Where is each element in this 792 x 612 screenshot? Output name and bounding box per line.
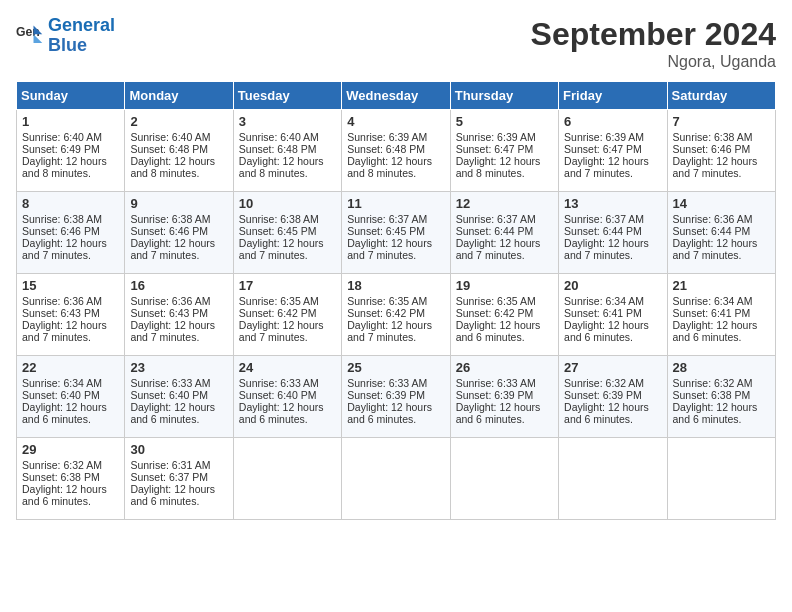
day-cell-19: 19 Sunrise: 6:35 AM Sunset: 6:42 PM Dayl… bbox=[450, 274, 558, 356]
day-number: 10 bbox=[239, 196, 336, 211]
empty-cell bbox=[233, 438, 341, 520]
day-cell-7: 7 Sunrise: 6:38 AM Sunset: 6:46 PM Dayli… bbox=[667, 110, 775, 192]
day-cell-2: 2 Sunrise: 6:40 AM Sunset: 6:48 PM Dayli… bbox=[125, 110, 233, 192]
day-cell-13: 13 Sunrise: 6:37 AM Sunset: 6:44 PM Dayl… bbox=[559, 192, 667, 274]
col-wednesday: Wednesday bbox=[342, 82, 450, 110]
day-cell-22: 22 Sunrise: 6:34 AM Sunset: 6:40 PM Dayl… bbox=[17, 356, 125, 438]
calendar-row: 29 Sunrise: 6:32 AM Sunset: 6:38 PM Dayl… bbox=[17, 438, 776, 520]
logo-line1: General bbox=[48, 15, 115, 35]
day-number: 13 bbox=[564, 196, 661, 211]
day-number: 17 bbox=[239, 278, 336, 293]
calendar-table: Sunday Monday Tuesday Wednesday Thursday… bbox=[16, 81, 776, 520]
col-thursday: Thursday bbox=[450, 82, 558, 110]
day-number: 28 bbox=[673, 360, 770, 375]
col-monday: Monday bbox=[125, 82, 233, 110]
day-cell-26: 26 Sunrise: 6:33 AM Sunset: 6:39 PM Dayl… bbox=[450, 356, 558, 438]
location: Ngora, Uganda bbox=[531, 53, 776, 71]
day-cell-14: 14 Sunrise: 6:36 AM Sunset: 6:44 PM Dayl… bbox=[667, 192, 775, 274]
day-number: 3 bbox=[239, 114, 336, 129]
empty-cell bbox=[559, 438, 667, 520]
calendar-row: 22 Sunrise: 6:34 AM Sunset: 6:40 PM Dayl… bbox=[17, 356, 776, 438]
logo: Gen General Blue bbox=[16, 16, 115, 56]
col-tuesday: Tuesday bbox=[233, 82, 341, 110]
day-cell-1: 1 Sunrise: 6:40 AM Sunset: 6:49 PM Dayli… bbox=[17, 110, 125, 192]
day-number: 30 bbox=[130, 442, 227, 457]
day-number: 5 bbox=[456, 114, 553, 129]
col-sunday: Sunday bbox=[17, 82, 125, 110]
day-number: 23 bbox=[130, 360, 227, 375]
day-cell-27: 27 Sunrise: 6:32 AM Sunset: 6:39 PM Dayl… bbox=[559, 356, 667, 438]
day-cell-12: 12 Sunrise: 6:37 AM Sunset: 6:44 PM Dayl… bbox=[450, 192, 558, 274]
calendar-row: 1 Sunrise: 6:40 AM Sunset: 6:49 PM Dayli… bbox=[17, 110, 776, 192]
day-number: 8 bbox=[22, 196, 119, 211]
day-cell-30: 30 Sunrise: 6:31 AM Sunset: 6:37 PM Dayl… bbox=[125, 438, 233, 520]
calendar-row: 15 Sunrise: 6:36 AM Sunset: 6:43 PM Dayl… bbox=[17, 274, 776, 356]
day-cell-18: 18 Sunrise: 6:35 AM Sunset: 6:42 PM Dayl… bbox=[342, 274, 450, 356]
month-title: September 2024 bbox=[531, 16, 776, 53]
day-number: 7 bbox=[673, 114, 770, 129]
day-cell-15: 15 Sunrise: 6:36 AM Sunset: 6:43 PM Dayl… bbox=[17, 274, 125, 356]
day-number: 14 bbox=[673, 196, 770, 211]
day-cell-20: 20 Sunrise: 6:34 AM Sunset: 6:41 PM Dayl… bbox=[559, 274, 667, 356]
day-number: 24 bbox=[239, 360, 336, 375]
day-number: 27 bbox=[564, 360, 661, 375]
day-number: 1 bbox=[22, 114, 119, 129]
day-cell-8: 8 Sunrise: 6:38 AM Sunset: 6:46 PM Dayli… bbox=[17, 192, 125, 274]
day-cell-24: 24 Sunrise: 6:33 AM Sunset: 6:40 PM Dayl… bbox=[233, 356, 341, 438]
day-number: 19 bbox=[456, 278, 553, 293]
day-cell-21: 21 Sunrise: 6:34 AM Sunset: 6:41 PM Dayl… bbox=[667, 274, 775, 356]
day-number: 29 bbox=[22, 442, 119, 457]
day-cell-17: 17 Sunrise: 6:35 AM Sunset: 6:42 PM Dayl… bbox=[233, 274, 341, 356]
day-number: 18 bbox=[347, 278, 444, 293]
day-cell-6: 6 Sunrise: 6:39 AM Sunset: 6:47 PM Dayli… bbox=[559, 110, 667, 192]
day-cell-3: 3 Sunrise: 6:40 AM Sunset: 6:48 PM Dayli… bbox=[233, 110, 341, 192]
day-cell-16: 16 Sunrise: 6:36 AM Sunset: 6:43 PM Dayl… bbox=[125, 274, 233, 356]
day-number: 26 bbox=[456, 360, 553, 375]
day-number: 16 bbox=[130, 278, 227, 293]
day-cell-11: 11 Sunrise: 6:37 AM Sunset: 6:45 PM Dayl… bbox=[342, 192, 450, 274]
day-cell-10: 10 Sunrise: 6:38 AM Sunset: 6:45 PM Dayl… bbox=[233, 192, 341, 274]
day-number: 2 bbox=[130, 114, 227, 129]
page-header: Gen General Blue September 2024 Ngora, U… bbox=[16, 16, 776, 71]
empty-cell bbox=[667, 438, 775, 520]
day-number: 4 bbox=[347, 114, 444, 129]
logo-text: General Blue bbox=[48, 16, 115, 56]
day-number: 21 bbox=[673, 278, 770, 293]
day-cell-9: 9 Sunrise: 6:38 AM Sunset: 6:46 PM Dayli… bbox=[125, 192, 233, 274]
day-number: 25 bbox=[347, 360, 444, 375]
calendar-row: 8 Sunrise: 6:38 AM Sunset: 6:46 PM Dayli… bbox=[17, 192, 776, 274]
day-number: 15 bbox=[22, 278, 119, 293]
day-number: 20 bbox=[564, 278, 661, 293]
logo-icon: Gen bbox=[16, 22, 44, 50]
day-cell-4: 4 Sunrise: 6:39 AM Sunset: 6:48 PM Dayli… bbox=[342, 110, 450, 192]
day-number: 11 bbox=[347, 196, 444, 211]
day-number: 22 bbox=[22, 360, 119, 375]
day-cell-29: 29 Sunrise: 6:32 AM Sunset: 6:38 PM Dayl… bbox=[17, 438, 125, 520]
empty-cell bbox=[450, 438, 558, 520]
empty-cell bbox=[342, 438, 450, 520]
day-number: 9 bbox=[130, 196, 227, 211]
col-saturday: Saturday bbox=[667, 82, 775, 110]
title-block: September 2024 Ngora, Uganda bbox=[531, 16, 776, 71]
day-cell-23: 23 Sunrise: 6:33 AM Sunset: 6:40 PM Dayl… bbox=[125, 356, 233, 438]
day-number: 12 bbox=[456, 196, 553, 211]
day-cell-28: 28 Sunrise: 6:32 AM Sunset: 6:38 PM Dayl… bbox=[667, 356, 775, 438]
header-row: Sunday Monday Tuesday Wednesday Thursday… bbox=[17, 82, 776, 110]
day-number: 6 bbox=[564, 114, 661, 129]
day-cell-25: 25 Sunrise: 6:33 AM Sunset: 6:39 PM Dayl… bbox=[342, 356, 450, 438]
day-cell-5: 5 Sunrise: 6:39 AM Sunset: 6:47 PM Dayli… bbox=[450, 110, 558, 192]
logo-line2: Blue bbox=[48, 35, 87, 55]
col-friday: Friday bbox=[559, 82, 667, 110]
